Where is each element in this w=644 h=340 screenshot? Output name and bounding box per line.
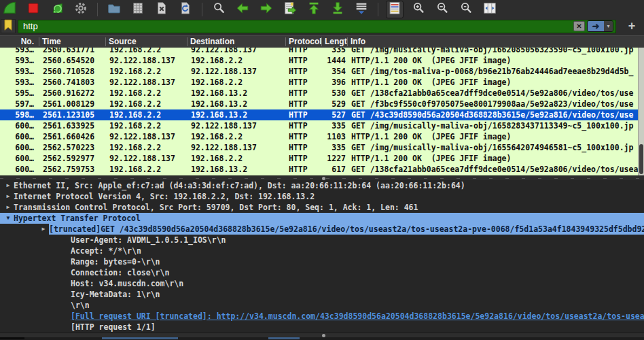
zoom-in-button[interactable] (410, 1, 427, 18)
go-to-last-button[interactable] (329, 1, 346, 18)
detail-line[interactable]: [HTTP request 1/1] (0, 322, 644, 333)
cell-source: 192.168.2.2 (105, 120, 187, 131)
packet-list: No.TimeSourceDestinationProtocolLengthIn… (0, 35, 644, 175)
detail-line[interactable]: Connection: close\r\n (0, 267, 644, 278)
detail-line[interactable]: User-Agent: AVDML_1.0.5.1_IOS\r\n (0, 235, 644, 245)
arrow-right-icon: ➜ (592, 21, 600, 31)
cell-info: GET /img/musically-maliva-obj/1658283437… (347, 120, 644, 131)
cell-time: 2560.631771 (39, 48, 105, 55)
resize-columns-button[interactable] (481, 1, 499, 18)
detail-line[interactable]: \r\n (0, 300, 644, 311)
scrollbar-thumb[interactable] (639, 144, 643, 174)
stop-capture-icon (26, 1, 41, 18)
packet-row[interactable]: 600…2562.59297792.122.188.137192.168.2.2… (0, 153, 644, 164)
zoom-reset-button[interactable] (457, 1, 475, 18)
display-filter-input[interactable]: http ✕ ➜ ▾ (18, 20, 616, 33)
detail-line[interactable]: Range: bytes=0-\r\n (0, 256, 644, 267)
cell-no: 593… (0, 77, 39, 88)
cell-length: 529 (321, 99, 347, 109)
pane-splitter-top[interactable] (0, 175, 644, 180)
display-filter-bar: http ✕ ➜ ▾ + (0, 19, 644, 35)
splitter-handle[interactable] (322, 177, 325, 180)
cell-time: 2562.592977 (39, 153, 105, 164)
detail-line[interactable]: Icy-MetaData: 1\r\n (0, 289, 644, 300)
go-forward-icon (259, 1, 274, 18)
stop-capture-button[interactable] (24, 1, 42, 18)
cell-protocol: HTTP (285, 55, 321, 66)
packet-list-rows: 593…2560.631771192.168.2.292.122.188.137… (0, 48, 644, 175)
bytes-pane-selection-segment (268, 337, 300, 339)
save-file-icon (130, 1, 145, 18)
filter-bookmark-button[interactable] (1, 19, 16, 33)
filter-clear-button[interactable]: ✕ (573, 21, 585, 31)
cell-destination: 192.168.13.2 (187, 99, 285, 109)
filter-apply-group: ➜ ▾ (587, 20, 613, 32)
packet-row[interactable]: 593…2560.74180392.122.188.137192.168.2.2… (0, 77, 644, 88)
column-header-source[interactable]: Source (105, 37, 187, 46)
packet-row[interactable]: 597…2561.008129192.168.2.2192.168.13.2HT… (0, 99, 644, 109)
expand-arrow-icon[interactable]: ▶ (38, 224, 49, 235)
column-header-no[interactable]: No. (0, 37, 39, 46)
cell-time: 2561.633925 (39, 120, 105, 131)
packet-row[interactable]: 600…2562.570223192.168.2.292.122.188.137… (0, 142, 644, 153)
column-header-protocol[interactable]: Protocol (285, 37, 321, 46)
packet-row[interactable]: 593…2560.65452092.122.188.137192.168.2.2… (0, 55, 644, 66)
go-forward-button[interactable] (257, 1, 275, 18)
cell-no: 600… (0, 164, 39, 175)
collapse-arrow-icon[interactable]: ▼ (3, 213, 14, 224)
detail-line[interactable]: ▼Hypertext Transfer Protocol (0, 213, 644, 224)
detail-line[interactable]: ▶Ethernet II, Src: Apple_ef:c7:ad (d4:a3… (0, 180, 644, 191)
column-header-destination[interactable]: Destination (187, 37, 285, 46)
packet-list-vertical-scrollbar[interactable] (638, 48, 644, 175)
detail-text: [Full request URI [truncated]: http://v3… (71, 311, 644, 322)
packet-list-header: No.TimeSourceDestinationProtocolLengthIn… (0, 35, 644, 48)
auto-scroll-button[interactable] (353, 1, 370, 18)
expand-arrow-icon[interactable]: ▶ (3, 180, 14, 191)
zoom-out-button[interactable] (433, 1, 451, 18)
detail-line[interactable]: [Full request URI [truncated]: http://v3… (0, 311, 644, 322)
packet-row[interactable]: 598…2561.123105192.168.2.2192.168.13.2HT… (0, 109, 644, 120)
column-header-length[interactable]: Length (321, 37, 347, 46)
filter-history-dropdown[interactable]: ▾ (604, 21, 613, 31)
bytes-pane-selection-segment (102, 337, 178, 339)
find-packet-button[interactable] (210, 1, 228, 18)
cell-destination: 92.122.188.137 (187, 120, 285, 131)
detail-line[interactable]: ▶Internet Protocol Version 4, Src: 192.1… (0, 191, 644, 202)
filter-add-button[interactable]: + (624, 19, 640, 33)
column-header-info[interactable]: Info (347, 37, 644, 46)
detail-line[interactable]: Host: v34.muscdn.com\r\n (0, 278, 644, 289)
packet-row[interactable]: 600…2561.66042692.122.188.137192.168.2.2… (0, 131, 644, 142)
expand-arrow-icon[interactable]: ▶ (3, 202, 14, 213)
packet-row[interactable]: 600…2562.759753192.168.2.2192.168.13.2HT… (0, 164, 644, 175)
open-file-button[interactable] (105, 1, 123, 18)
cell-source: 192.168.2.2 (105, 66, 187, 77)
go-to-first-button[interactable] (305, 1, 323, 18)
cell-info: HTTP/1.1 200 OK (JPEG JFIF image) (347, 77, 644, 88)
capture-options-button[interactable] (72, 1, 90, 18)
packet-row[interactable]: 593…2560.710528192.168.2.292.122.188.137… (0, 66, 644, 77)
cell-time: 2561.008129 (39, 99, 105, 109)
cell-length: 335 (321, 142, 347, 153)
filter-apply-button[interactable]: ➜ (588, 21, 604, 31)
packet-row[interactable]: 593…2560.631771192.168.2.292.122.188.137… (0, 48, 644, 55)
go-back-button[interactable] (234, 1, 251, 18)
packet-row[interactable]: 595…2560.916272192.168.2.2192.168.13.2HT… (0, 88, 644, 99)
detail-line[interactable]: ▶Transmission Control Protocol, Src Port… (0, 202, 644, 213)
column-header-time[interactable]: Time (39, 37, 105, 46)
pane-splitter-bottom[interactable] (0, 333, 644, 337)
cell-no: 597… (0, 99, 39, 109)
reload-file-button[interactable] (177, 1, 194, 18)
cell-source: 192.168.2.2 (105, 48, 187, 55)
restart-capture-button[interactable] (48, 1, 66, 18)
auto-scroll-icon (354, 1, 369, 18)
save-file-button[interactable] (129, 1, 147, 18)
cell-no: 593… (0, 55, 39, 66)
colorize-button[interactable] (386, 1, 404, 18)
start-capture-button[interactable] (1, 1, 18, 18)
expand-arrow-icon[interactable]: ▶ (3, 191, 14, 202)
go-to-packet-button[interactable] (281, 1, 299, 18)
close-file-button[interactable] (153, 1, 171, 18)
detail-line[interactable]: Accept: */*\r\n (0, 245, 644, 256)
packet-row[interactable]: 600…2561.633925192.168.2.292.122.188.137… (0, 120, 644, 131)
detail-line[interactable]: ▶[truncated]GET /43c39d8590d56a20504d368… (0, 224, 644, 235)
